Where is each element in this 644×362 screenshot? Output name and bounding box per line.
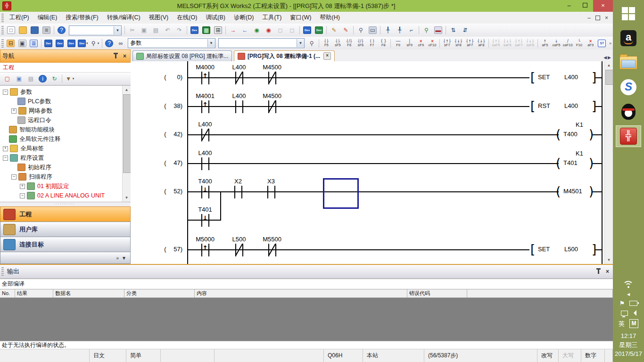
mdi-close-button[interactable]: ×	[605, 15, 608, 21]
menu-item-view[interactable]: 视图(V)	[145, 12, 173, 23]
pulse-convert-icon[interactable]: ⌐	[406, 25, 417, 35]
scroll-down-icon[interactable]: ▼	[123, 194, 131, 202]
ladder-symbol-sf7-button[interactable]: ┤↑├sF7	[441, 37, 453, 49]
menu-item-diagnostics[interactable]: 诊断(D)	[230, 12, 258, 23]
menu-item-find-replace[interactable]: 搜索/替换(F)	[61, 12, 102, 23]
ladder-contact[interactable]	[264, 71, 280, 85]
sort-icon[interactable]: ▼▾	[64, 74, 75, 84]
ladder-symbol-cf10-button[interactable]: ×cF10	[427, 37, 438, 49]
device-reference-icon[interactable]: Dev▾	[77, 38, 88, 49]
ladder-symbol-cf9-button[interactable]: ×cF9	[415, 37, 427, 49]
tab-prg-write[interactable]: [PRG]写入 08 運転準備-1 (...×	[234, 50, 335, 61]
program-select-combo[interactable]: ▼	[69, 25, 122, 35]
ime-indicator[interactable]: M	[629, 319, 638, 328]
paste-icon[interactable]: ▤	[150, 25, 161, 35]
help-tip-icon[interactable]: ?	[104, 38, 115, 49]
nav-button-connection-destination[interactable]: 连接目标	[0, 237, 131, 252]
device-memory-icon[interactable]: Dev	[55, 38, 65, 49]
collapse-minus-icon[interactable]: −	[3, 90, 8, 95]
chevron-down-icon[interactable]: ▾	[73, 77, 74, 81]
new-item-icon[interactable]: ▢	[2, 74, 13, 84]
tab-close-icon[interactable]: ×	[323, 52, 331, 60]
collapse-minus-icon[interactable]: −	[11, 174, 17, 180]
ladder-symbol-f9-button[interactable]: ──F9	[392, 37, 404, 49]
chevron-down-icon[interactable]: ▾	[86, 41, 88, 45]
editor-scrollbar[interactable]: ▲ ▼	[604, 61, 613, 264]
taskbar-item-sogou[interactable]: S	[616, 76, 641, 98]
ladder-contact[interactable]	[264, 99, 280, 114]
monitor-stop-icon[interactable]: ◉	[263, 25, 274, 35]
show-hidden-icons[interactable]: ◀	[627, 292, 630, 296]
collapse-minus-icon[interactable]: −	[20, 193, 25, 198]
cross-reference-icon[interactable]: ∞	[116, 38, 126, 49]
display-setting-icon[interactable]: ▭	[367, 25, 378, 35]
navigation-toggle-icon[interactable]: ⊟	[6, 38, 16, 49]
ladder-symbol-af8-button[interactable]: ┤↓├aF8	[476, 37, 487, 49]
ladder-symbol-f8-button[interactable]: { }F8	[378, 37, 389, 49]
device-test-icon[interactable]: Dev	[302, 25, 313, 35]
ladder-symbol-sf8-button[interactable]: ┤↓├sF8	[453, 37, 464, 49]
ladder-symbol-sf9-button[interactable]: │sF9	[404, 37, 415, 49]
help-icon[interactable]: ?	[56, 25, 67, 35]
ladder-symbol-af7-button[interactable]: ┤↑├aF7	[464, 37, 476, 49]
language-indicator[interactable]: 英	[619, 320, 625, 328]
tree-item-remote-password[interactable]: 远程口令	[0, 115, 123, 125]
tab-scroll-left-icon[interactable]: ◀	[603, 55, 607, 60]
copy-item-icon[interactable]: ▣	[14, 74, 25, 84]
redo-icon[interactable]: ↷	[174, 25, 185, 35]
menu-item-debug[interactable]: 调试(B)	[201, 12, 230, 23]
expand-plus-icon[interactable]: +	[11, 108, 17, 114]
device-batch-monitor-icon[interactable]: ⊞	[213, 25, 223, 35]
menu-item-edit[interactable]: 编辑(E)	[33, 12, 62, 23]
network-icon[interactable]	[621, 311, 628, 316]
copy-icon[interactable]: ▣	[139, 25, 149, 35]
ladder-contact[interactable]	[198, 128, 213, 142]
taskbar-item-gx-works2[interactable]: ╬	[616, 125, 641, 147]
ladder-contact[interactable]	[198, 243, 213, 257]
property-icon[interactable]: i	[37, 74, 48, 84]
mdi-minimize-button[interactable]: –	[587, 15, 591, 21]
start-button[interactable]	[616, 3, 641, 25]
ladder-symbol-f6-button[interactable]: ┤/├F6	[344, 37, 355, 49]
menu-item-help[interactable]: 帮助(H)	[315, 12, 344, 23]
monitor-pause-icon[interactable]: ◻	[275, 25, 286, 35]
tree-item-network-parameter[interactable]: +网络参数	[0, 106, 123, 115]
tree-item-initial-program[interactable]: 初始程序	[0, 163, 123, 172]
mdi-restore-button[interactable]	[595, 16, 600, 20]
tree-item-program-setting[interactable]: −程序设置	[0, 153, 123, 163]
ladder-contact[interactable]	[198, 156, 213, 171]
ladder-contact[interactable]	[264, 243, 280, 257]
toolbar-overflow-chevron[interactable]: »	[608, 41, 613, 46]
find-device-icon[interactable]: ⚲	[421, 25, 432, 35]
expand-plus-icon[interactable]: +	[20, 184, 25, 189]
chevron-down-icon[interactable]: ▼	[297, 39, 304, 47]
tab-local-label-setting[interactable]: 局部标签设置 08 [PRG] 運転準...	[132, 50, 232, 61]
ladder-contact[interactable]	[198, 99, 213, 114]
tree-scrollbar[interactable]: ▲ ▼	[122, 86, 131, 202]
ladder-contact[interactable]	[231, 71, 247, 85]
monitor-start-icon[interactable]: ◉	[251, 25, 262, 35]
ladder-contact[interactable]	[198, 213, 213, 227]
tree-item-intelligent-function-module[interactable]: 智能功能模块	[0, 125, 123, 134]
write-to-plc-icon[interactable]: →	[228, 25, 239, 35]
jump-list-icon[interactable]: ⇵	[460, 25, 471, 35]
chevron-down-icon[interactable]: ▼	[114, 26, 121, 34]
scrollbar-thumb[interactable]	[123, 94, 131, 173]
tree-item-plc-parameter[interactable]: PLC参数	[0, 97, 123, 106]
tab-scroll-right-icon[interactable]: ▶	[608, 55, 611, 60]
speaker-icon[interactable]	[633, 310, 636, 316]
ladder-edit-a-icon[interactable]: ╀	[382, 25, 393, 35]
st-edit-icon[interactable]: ST	[597, 38, 607, 49]
splitter-grip[interactable]: ·········	[0, 202, 131, 206]
nav-button-project[interactable]: 工程	[0, 206, 131, 222]
taskbar-clock[interactable]: 12:17 星期三 2017/5/17	[615, 331, 642, 358]
new-file-icon[interactable]: □	[6, 25, 17, 35]
cut-icon[interactable]: ✂	[127, 25, 138, 35]
ladder-edit-b-icon[interactable]: ╀	[394, 25, 405, 35]
ladder-contact[interactable]	[231, 185, 246, 199]
refresh-icon[interactable]: ↻	[49, 74, 60, 84]
menu-item-online[interactable]: 在线(O)	[173, 12, 201, 23]
save-icon[interactable]	[29, 25, 40, 35]
expand-plus-icon[interactable]: +	[3, 146, 8, 151]
find-target-combo[interactable]: ▼	[218, 38, 305, 48]
